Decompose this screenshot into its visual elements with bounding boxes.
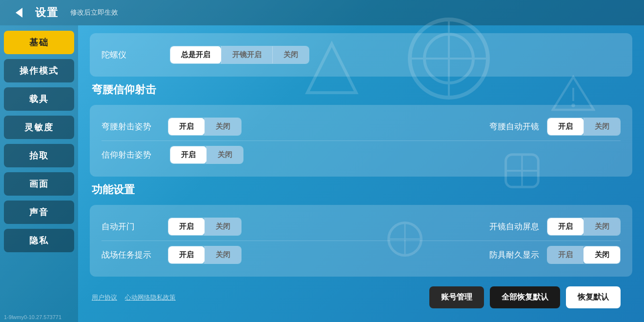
scope-breath-toggle: 开启 关闭 xyxy=(547,218,621,236)
bend-section-title: 弯腰信仰射击 xyxy=(90,82,632,97)
restore-default-button[interactable]: 恢复默认 xyxy=(566,286,621,308)
battlefield-hint-label: 战场任务提示 xyxy=(101,249,160,261)
bottom-links: 用户协议 心动网络隐私政策 xyxy=(92,293,176,302)
bend-pose-toggle: 开启 关闭 xyxy=(168,118,242,136)
bend-row-1: 弯腰射击姿势 开启 关闭 弯腰自动开镜 开启 关闭 xyxy=(101,118,621,136)
function-row-1: 自动开门 开启 关闭 开镜自动屏息 开启 关闭 xyxy=(101,218,621,236)
header-subtitle: 修改后立即生效 xyxy=(70,8,118,17)
faith-pose-row: 信仰射击姿势 开启 关闭 xyxy=(101,146,621,164)
sidebar-item-privacy[interactable]: 隐私 xyxy=(4,229,74,252)
armor-durability-on[interactable]: 开启 xyxy=(547,246,584,263)
version-label: 1-9lwmy0-10.27.573771 xyxy=(4,314,61,320)
sidebar-item-sound[interactable]: 声音 xyxy=(4,201,74,224)
battlefield-hint-toggle: 开启 关闭 xyxy=(168,246,242,264)
bend-scope-off[interactable]: 关闭 xyxy=(584,118,620,135)
faith-pose-on[interactable]: 开启 xyxy=(170,146,206,163)
function-card: 自动开门 开启 关闭 开镜自动屏息 开启 关闭 xyxy=(90,205,632,277)
faith-pose-label: 信仰射击姿势 xyxy=(101,149,160,161)
armor-durability-off[interactable]: 关闭 xyxy=(584,246,620,263)
armor-durability-toggle: 开启 关闭 xyxy=(547,246,621,264)
function-section-title: 功能设置 xyxy=(90,182,632,197)
privacy-link[interactable]: 心动网络隐私政策 xyxy=(125,293,176,302)
scope-breath-col: 开镜自动屏息 开启 关闭 xyxy=(371,218,621,236)
bend-scope-col: 弯腰自动开镜 开启 关闭 xyxy=(371,118,621,136)
bend-pose-col: 弯腰射击姿势 开启 关闭 xyxy=(101,118,351,136)
function-row-2: 战场任务提示 开启 关闭 防具耐久显示 开启 关闭 xyxy=(101,246,621,264)
armor-durability-label: 防具耐久显示 xyxy=(476,249,539,261)
faith-pose-off[interactable]: 关闭 xyxy=(206,146,243,163)
scope-breath-off[interactable]: 关闭 xyxy=(584,218,620,235)
gyroscope-card: 陀螺仪 总是开启 开镜开启 关闭 xyxy=(90,33,632,77)
sidebar: 基础 操作模式 载具 灵敏度 抬取 画面 声音 隐私 xyxy=(0,25,78,322)
bend-pose-label: 弯腰射击姿势 xyxy=(101,121,160,132)
sidebar-item-graphics[interactable]: 画面 xyxy=(4,172,74,196)
battlefield-hint-on[interactable]: 开启 xyxy=(168,246,204,263)
content-area: 陀螺仪 总是开启 开镜开启 关闭 弯腰信仰射击 弯腰射击姿势 开启 关闭 xyxy=(78,25,644,322)
gyroscope-label: 陀螺仪 xyxy=(101,49,160,60)
bend-scope-on[interactable]: 开启 xyxy=(547,118,584,135)
gyroscope-off[interactable]: 关闭 xyxy=(272,46,309,63)
sidebar-item-pickup[interactable]: 抬取 xyxy=(4,144,74,167)
page-title: 设置 xyxy=(35,5,59,20)
auto-door-off[interactable]: 关闭 xyxy=(204,218,241,235)
scope-breath-on[interactable]: 开启 xyxy=(547,218,584,235)
bottom-bar: 用户协议 心动网络隐私政策 账号管理 全部恢复默认 恢复默认 xyxy=(90,282,632,308)
sidebar-item-vehicle[interactable]: 载具 xyxy=(4,87,74,111)
bend-pose-on[interactable]: 开启 xyxy=(168,118,204,135)
bend-scope-label: 弯腰自动开镜 xyxy=(476,121,539,132)
card-divider-1 xyxy=(101,141,621,141)
faith-pose-toggle: 开启 关闭 xyxy=(170,146,243,164)
armor-durability-col: 防具耐久显示 开启 关闭 xyxy=(371,246,621,264)
gyroscope-row: 陀螺仪 总是开启 开镜开启 关闭 xyxy=(101,46,621,64)
scope-breath-label: 开镜自动屏息 xyxy=(471,221,539,232)
bend-scope-toggle: 开启 关闭 xyxy=(547,118,621,136)
main-layout: 基础 操作模式 载具 灵敏度 抬取 画面 声音 隐私 陀螺仪 总是开启 开镜开启… xyxy=(0,25,644,322)
auto-door-label: 自动开门 xyxy=(101,221,160,232)
battlefield-hint-off[interactable]: 关闭 xyxy=(204,246,241,263)
sidebar-item-basic[interactable]: 基础 xyxy=(4,31,74,54)
account-manage-button[interactable]: 账号管理 xyxy=(429,286,484,308)
gyroscope-toggle-group: 总是开启 开镜开启 关闭 xyxy=(170,46,309,64)
auto-door-toggle: 开启 关闭 xyxy=(168,218,242,236)
bottom-actions: 账号管理 全部恢复默认 恢复默认 xyxy=(429,286,621,308)
restore-all-button[interactable]: 全部恢复默认 xyxy=(490,286,560,308)
svg-marker-14 xyxy=(16,8,22,18)
gyroscope-scope-on[interactable]: 开镜开启 xyxy=(221,46,272,63)
gyroscope-always-on[interactable]: 总是开启 xyxy=(170,46,221,63)
sidebar-item-sensitivity[interactable]: 灵敏度 xyxy=(4,116,74,139)
card-divider-2 xyxy=(101,241,621,241)
auto-door-col: 自动开门 开启 关闭 xyxy=(101,218,351,236)
terms-link[interactable]: 用户协议 xyxy=(92,293,117,302)
back-button[interactable] xyxy=(10,4,27,21)
header: 设置 修改后立即生效 xyxy=(0,0,644,25)
bend-card: 弯腰射击姿势 开启 关闭 弯腰自动开镜 开启 关闭 信仰射击姿势 xyxy=(90,105,632,177)
sidebar-item-operation[interactable]: 操作模式 xyxy=(4,59,74,82)
bend-pose-off[interactable]: 关闭 xyxy=(204,118,241,135)
battlefield-hint-col: 战场任务提示 开启 关闭 xyxy=(101,246,351,264)
auto-door-on[interactable]: 开启 xyxy=(168,218,204,235)
